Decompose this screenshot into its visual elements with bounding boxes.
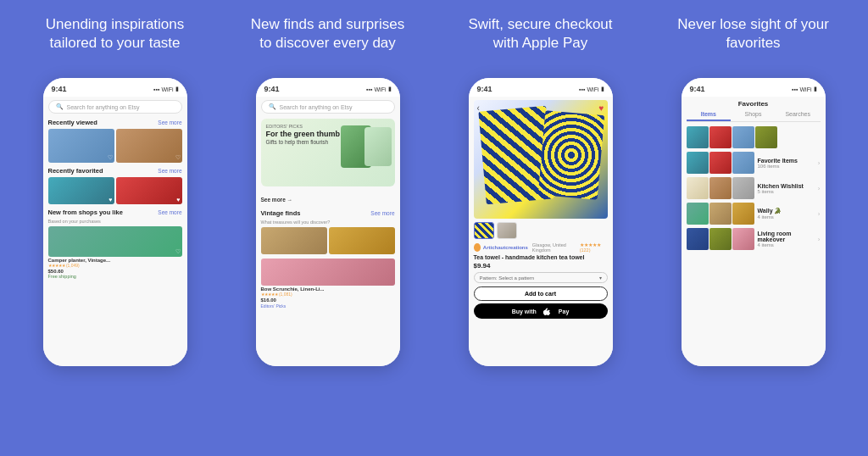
fav-item-2[interactable]: ♥ [116, 177, 182, 204]
fav-3-name: Wally 🐊 [758, 208, 815, 214]
fav-2-count: 5 items [758, 189, 815, 194]
signal-icon-3: ▪▪▪ [579, 86, 585, 92]
new-from-shops-see-more[interactable]: See more [158, 209, 181, 215]
viewed-item-1[interactable]: ♡ [48, 129, 114, 163]
new-item-1[interactable]: ♡ Camper planter, Vintage... ★★★★★ (1,04… [48, 226, 182, 279]
pattern-label: Pattern: Select a pattern [480, 275, 535, 281]
wifi-icon-2: WiFi [375, 86, 387, 92]
fav-1-info: Favorite Items 106 items [758, 158, 815, 169]
vintage-finds-see-more[interactable]: See more [370, 210, 394, 216]
recently-favorited-see-more[interactable]: See more [158, 168, 181, 174]
fav-1-img-1 [687, 152, 709, 174]
vintage-finds-header: Vintage finds See more [261, 209, 395, 217]
phone-3-notch: 9:41 ▪▪▪ WiFi ▮ [469, 78, 613, 97]
fav-list-item-1[interactable]: Favorite Items 106 items › [687, 152, 821, 174]
shop-avatar [474, 243, 481, 252]
status-icons-1: ▪▪▪ WiFi ▮ [153, 86, 178, 92]
fav-featured-4 [755, 126, 777, 148]
vintage-product-1-img[interactable] [261, 259, 395, 286]
fav-list-item-4[interactable]: Living room makeover 4 items › [687, 228, 821, 250]
back-button[interactable]: ‹ [477, 103, 480, 113]
shop-location: Glasgow, United Kingdom [532, 242, 577, 253]
editorial-img-2 [364, 127, 392, 166]
recently-viewed-see-more[interactable]: See more [158, 120, 181, 125]
search-bar-1[interactable]: Search for anything on Etsy [48, 100, 182, 114]
fav-1-chevron: › [818, 159, 821, 167]
phone-1: 9:41 ▪▪▪ WiFi ▮ Search for anything on E… [43, 78, 187, 366]
fav-3-images [687, 203, 754, 225]
vintage-grid [261, 227, 395, 254]
heart-5[interactable]: ♡ [175, 248, 181, 255]
fav-list-item-2[interactable]: Kitchen Wishlist 5 items › [687, 177, 821, 199]
thumbnail-row [474, 222, 608, 239]
search-placeholder-2: Search for anything on Etsy [280, 104, 353, 110]
fav-3-img-3 [732, 203, 754, 225]
fav-3-count: 4 items [758, 214, 815, 220]
pattern-select[interactable]: Pattern: Select a pattern ▾ [474, 272, 608, 283]
new-item-1-img[interactable]: ♡ [48, 226, 182, 257]
fav-1-count: 106 items [758, 164, 815, 169]
battery-icon: ▮ [175, 86, 179, 92]
main-container: Unending inspirations tailored to your t… [0, 0, 868, 456]
fav-1-img-2 [709, 152, 732, 174]
thumb-1[interactable] [474, 222, 494, 239]
apple-pay-label: Pay [559, 309, 569, 314]
fav-2-name: Kitchen Wishlist [758, 183, 815, 189]
heart-4[interactable]: ♥ [176, 197, 180, 203]
tab-items[interactable]: Items [687, 111, 732, 121]
fav-featured-2 [709, 126, 732, 148]
product-price: $9.94 [474, 262, 608, 270]
editorial-banner[interactable]: Editors' Picks For the green thumb Gifts… [261, 119, 395, 186]
fav-3-info: Wally 🐊 4 items [758, 208, 815, 220]
apple-logo-icon [539, 307, 556, 315]
fav-2-img-1 [687, 177, 709, 199]
battery-icon-3: ▮ [601, 86, 604, 92]
fav-list-item-3[interactable]: Wally 🐊 4 items › [687, 203, 821, 225]
status-icons-2: ▪▪▪ WiFi ▮ [366, 86, 391, 92]
heart-2[interactable]: ♡ [175, 154, 181, 161]
vintage-item-2[interactable] [329, 227, 395, 254]
fav-4-img-3 [732, 228, 754, 250]
time-1: 9:41 [52, 85, 67, 93]
heart-3[interactable]: ♥ [108, 197, 112, 203]
new-from-shops-label: New from shops you like [48, 209, 123, 216]
fav-featured-1 [687, 126, 709, 148]
see-more-link[interactable]: See more → [261, 197, 293, 203]
new-shops-row: ♡ Camper planter, Vintage... ★★★★★ (1,04… [48, 226, 182, 279]
phone-3-content: ‹ ♥ Artichautcreations Glasgow, United K… [469, 97, 613, 366]
buy-now-button[interactable]: Buy with Pay [474, 303, 608, 319]
search-bar-2[interactable]: Search for anything on Etsy [261, 100, 395, 114]
fav-3-img-2 [709, 203, 732, 225]
product2-price: $16.00 [261, 298, 395, 303]
vintage-product-1[interactable]: Bow Scrunchie, Linen-Li... ★★★★★ (1,081)… [261, 259, 395, 309]
recently-favorited-label: Recently favorited [48, 167, 103, 175]
fav-4-img-2 [709, 228, 732, 250]
fav-4-images [687, 228, 754, 250]
product1-stars: ★★★★★ (1,049) [48, 263, 182, 268]
tab-searches[interactable]: Searches [776, 111, 821, 121]
recently-viewed-grid: ♡ ♡ [48, 129, 182, 163]
wifi-icon-3: WiFi [587, 86, 599, 92]
heart-1[interactable]: ♡ [108, 154, 113, 161]
tab-shops[interactable]: Shops [731, 111, 776, 121]
shop-name[interactable]: Artichautcreations [483, 245, 528, 250]
fav-item-1[interactable]: ♥ [48, 177, 114, 204]
product2-stars: ★★★★★ (1,081) [261, 292, 395, 297]
search-placeholder-1: Search for anything on Etsy [67, 104, 140, 110]
status-icons-4: ▪▪▪ WiFi ▮ [792, 86, 816, 92]
recently-viewed-header: Recently viewed See more [48, 119, 182, 126]
viewed-item-2[interactable]: ♡ [116, 129, 182, 163]
vintage-item-1[interactable] [261, 227, 327, 254]
fav-3-img-1 [687, 203, 709, 225]
phone-1-notch: 9:41 ▪▪▪ WiFi ▮ [43, 78, 187, 97]
add-to-cart-button[interactable]: Add to cart [474, 286, 608, 301]
fav-3-chevron: › [818, 210, 821, 218]
signal-icon-4: ▪▪▪ [792, 86, 798, 92]
time-3: 9:41 [477, 85, 492, 93]
phone-2-notch: 9:41 ▪▪▪ WiFi ▮ [256, 78, 400, 97]
product-heart[interactable]: ♥ [599, 103, 604, 113]
thumb-2[interactable] [497, 222, 517, 239]
status-icons-3: ▪▪▪ WiFi ▮ [579, 86, 604, 92]
new-from-shops-header: New from shops you like See more [48, 209, 182, 216]
fav-4-count: 4 items [758, 242, 815, 247]
